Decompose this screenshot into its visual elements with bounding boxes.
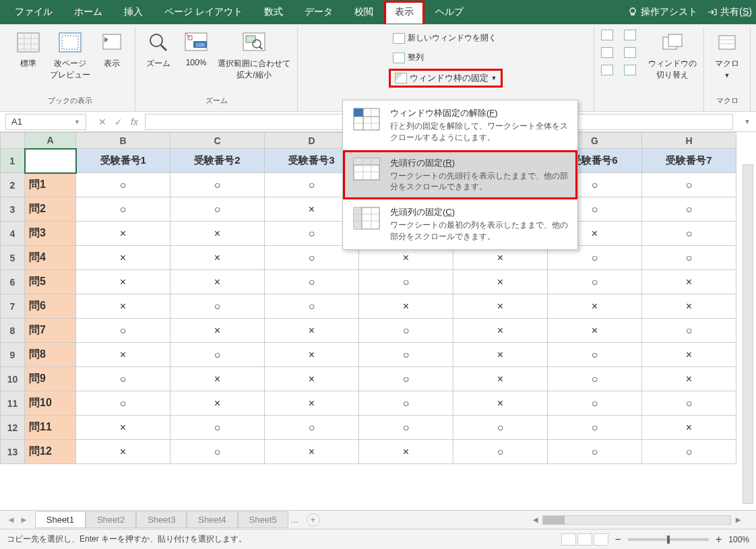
cell[interactable]: ×	[642, 270, 736, 294]
cell[interactable]: ○	[359, 270, 453, 294]
cell[interactable]: ×	[76, 416, 170, 440]
cell[interactable]: ×	[76, 343, 170, 367]
cell[interactable]: ×	[453, 343, 548, 367]
menu-insert[interactable]: 挿入	[113, 1, 154, 24]
zoom-out-button[interactable]: −	[615, 534, 621, 546]
cell[interactable]: ○	[359, 367, 453, 391]
sidebyside-icon[interactable]	[624, 30, 636, 40]
more-sheets[interactable]: ...	[288, 515, 301, 525]
row-header[interactable]: 2	[1, 173, 25, 197]
hide-icon[interactable]	[601, 47, 613, 58]
row-header[interactable]: 5	[1, 246, 25, 270]
cell[interactable]: ○	[359, 391, 453, 416]
menu-view[interactable]: 表示	[384, 1, 424, 24]
new-window-button[interactable]: 新しいウィンドウを開く	[389, 30, 501, 46]
cell[interactable]: 問9	[25, 367, 76, 391]
cell[interactable]: ○	[642, 173, 736, 197]
cell[interactable]: ×	[76, 294, 170, 319]
cell[interactable]: ×	[359, 440, 453, 464]
zoom-100-button[interactable]: 100 100%	[180, 30, 212, 67]
col-header[interactable]: B	[76, 133, 170, 149]
cell[interactable]: ×	[170, 222, 265, 246]
cell[interactable]: ○	[548, 440, 642, 464]
cell[interactable]: 受験番号2	[170, 149, 265, 173]
normal-view-button[interactable]: 標準	[12, 30, 44, 69]
cell[interactable]: ×	[170, 319, 265, 343]
split-icon[interactable]	[601, 30, 613, 40]
menu-formulas[interactable]: 数式	[253, 1, 294, 24]
cell[interactable]: ×	[76, 270, 170, 294]
select-all-corner[interactable]	[1, 133, 25, 149]
scroll-left-icon[interactable]: ◄	[531, 515, 540, 525]
cell[interactable]: ○	[642, 222, 736, 246]
cell[interactable]: ×	[265, 367, 359, 391]
cell[interactable]: 問3	[25, 222, 76, 246]
share-button[interactable]: 共有(S)	[707, 6, 752, 18]
cell[interactable]: ○	[453, 440, 548, 464]
cell[interactable]: ○	[642, 197, 736, 222]
cell[interactable]: ×	[265, 343, 359, 367]
menu-data[interactable]: データ	[294, 1, 344, 24]
cell[interactable]: ○	[265, 270, 359, 294]
cell[interactable]: ×	[453, 391, 548, 416]
cell[interactable]: ×	[642, 416, 736, 440]
row-header[interactable]: 12	[1, 416, 25, 440]
prev-sheet-icon[interactable]: ◄	[7, 515, 15, 525]
cell[interactable]: ○	[265, 294, 359, 319]
col-header[interactable]: H	[642, 133, 736, 149]
col-header[interactable]: C	[170, 133, 265, 149]
cell[interactable]: 受験番号7	[642, 149, 736, 173]
row-header[interactable]: 7	[1, 294, 25, 319]
pagebreak-view-icon[interactable]	[594, 534, 608, 546]
cell[interactable]: 問6	[25, 294, 76, 319]
cell[interactable]: 問11	[25, 416, 76, 440]
cell[interactable]: ×	[170, 367, 265, 391]
unfreeze-panes-option[interactable]: ウィンドウ枠固定の解除(F) 行と列の固定を解除して、ワークシート全体をスクロー…	[343, 100, 577, 150]
cell[interactable]: ×	[453, 294, 548, 319]
expand-formula-icon[interactable]: ▼	[738, 118, 756, 125]
show-button[interactable]: 表示	[96, 30, 128, 69]
cell[interactable]: ×	[170, 270, 265, 294]
cell[interactable]: ○	[642, 319, 736, 343]
menu-home[interactable]: ホーム	[63, 1, 113, 24]
zoom-level[interactable]: 100%	[728, 535, 749, 544]
cell[interactable]: ○	[170, 197, 265, 222]
row-header[interactable]: 13	[1, 440, 25, 464]
cell[interactable]: ○	[359, 319, 453, 343]
cell[interactable]: ×	[265, 440, 359, 464]
sheet-tab[interactable]: Sheet4	[187, 511, 237, 528]
cell[interactable]: ○	[170, 440, 265, 464]
cell[interactable]: ○	[548, 367, 642, 391]
row-header[interactable]: 10	[1, 367, 25, 391]
pagebreak-preview-button[interactable]: 改ページ プレビュー	[50, 30, 90, 81]
cell[interactable]: ○	[76, 173, 170, 197]
cell[interactable]: ×	[548, 294, 642, 319]
cell[interactable]: 問2	[25, 197, 76, 222]
cell[interactable]: ×	[453, 319, 548, 343]
cell[interactable]: ○	[170, 173, 265, 197]
cell[interactable]: ×	[170, 246, 265, 270]
cell[interactable]: ○	[642, 246, 736, 270]
cell[interactable]: ×	[359, 294, 453, 319]
zoom-slider[interactable]	[628, 538, 709, 541]
cancel-icon[interactable]: ✕	[98, 117, 106, 127]
fx-icon[interactable]: fx	[131, 117, 138, 127]
row-header[interactable]: 1	[1, 149, 25, 173]
scroll-right-icon[interactable]: ►	[734, 515, 743, 525]
sheet-tab[interactable]: Sheet2	[86, 511, 136, 528]
sheet-tab[interactable]: Sheet5	[238, 511, 288, 528]
cell[interactable]: 受験番号1	[76, 149, 170, 173]
zoom-to-selection-button[interactable]: 選択範囲に合わせて 拡大/縮小	[218, 30, 290, 81]
switch-windows-button[interactable]: ウィンドウの 切り替え	[648, 30, 697, 81]
cell[interactable]: ○	[76, 197, 170, 222]
cell[interactable]: ×	[76, 246, 170, 270]
sheet-tab[interactable]: Sheet3	[136, 511, 187, 528]
menu-review[interactable]: 校閲	[344, 1, 384, 24]
row-header[interactable]: 9	[1, 343, 25, 367]
sync-scroll-icon[interactable]	[624, 47, 636, 58]
arrange-all-button[interactable]: 整列	[389, 49, 428, 66]
menu-help[interactable]: ヘルプ	[424, 1, 474, 24]
cell[interactable]: ○	[76, 367, 170, 391]
cell[interactable]: 問1	[25, 173, 76, 197]
zoom-in-button[interactable]: +	[716, 534, 722, 546]
